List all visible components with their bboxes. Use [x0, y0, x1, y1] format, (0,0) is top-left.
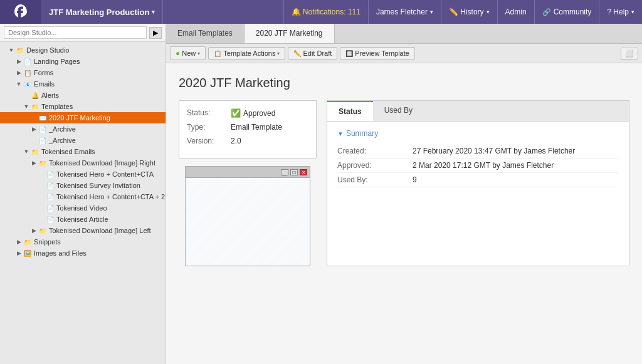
tree-item-icon: 📁	[23, 237, 33, 246]
tree-toggle-icon: ▶	[30, 126, 38, 132]
tree-toggle-icon: ▶	[30, 227, 38, 234]
tree-item-tokenised-video[interactable]: 📄Tokenised Video	[0, 202, 166, 214]
tree-item-alerts[interactable]: 🔔Alerts	[0, 90, 166, 101]
tree-item-label: Landing Pages	[34, 58, 80, 65]
tree-item-icon: 📁	[38, 159, 48, 167]
tree-item-images-files[interactable]: ▶🖼️Images and Files	[0, 247, 166, 259]
tree-item-icon: ✉️	[38, 113, 48, 122]
right-content: ▼ Summary Created:27 February 2020 13:47…	[327, 122, 629, 195]
tree-item-tokenised-download-right[interactable]: ▶📁Tokenised Download [Image] Right	[0, 157, 166, 169]
preview-template-label: Preview Template	[355, 49, 409, 57]
history-arrow: ▾	[487, 9, 490, 15]
admin-label: Admin	[505, 8, 527, 16]
minimize-icon: _	[281, 169, 288, 175]
summary-table: Created:27 February 2020 13:47 GMT by Ja…	[337, 144, 619, 187]
summary-key: Created:	[337, 147, 413, 155]
right-tab-used-by[interactable]: Used By	[373, 101, 424, 121]
help-nav-item[interactable]: ? Help ▾	[599, 0, 642, 24]
template-actions-button[interactable]: 📋 Template Actions ▾	[208, 47, 285, 60]
tree-item-label: Images and Files	[34, 249, 87, 257]
app-title-text: JTF Marketing Production	[49, 8, 149, 17]
collapse-button[interactable]: ⬜	[621, 48, 638, 60]
tree-item-snippets[interactable]: ▶📁Snippets	[0, 236, 166, 247]
template-actions-arrow-icon: ▾	[277, 51, 280, 56]
summary-toggle-icon: ▼	[337, 130, 344, 137]
sidebar: ▶ ▼📁Design Studio▶📄Landing Pages▶📋Forms▼…	[0, 24, 166, 364]
edit-draft-icon: ✏️	[293, 50, 301, 57]
right-panel: StatusUsed By ▼ Summary Created:27 Febru…	[327, 100, 629, 266]
summary-label: Summary	[346, 129, 378, 138]
edit-draft-label: Edit Draft	[303, 49, 332, 57]
admin-nav-item[interactable]: Admin	[497, 0, 534, 24]
new-button[interactable]: ● New ▾	[170, 46, 206, 60]
tree-item-label: 2020 JTF Marketing	[49, 114, 110, 122]
version-value: 2.0	[231, 137, 241, 145]
type-row: Type: Email Template	[187, 123, 308, 132]
tree-item-label: Alerts	[41, 91, 59, 99]
tree-item-landing-pages[interactable]: ▶📄Landing Pages	[0, 56, 166, 67]
tree-item-tokenised-article[interactable]: 📄Tokenised Article	[0, 214, 166, 225]
tree-item-tokenised-hero-content2[interactable]: 📄Tokenised Hero + Content+CTA + 2 Column	[0, 191, 166, 202]
tree-toggle-icon: ▼	[23, 148, 30, 155]
tree-item-templates[interactable]: ▼📁Templates	[0, 101, 166, 112]
tree-toggle-icon: ▼	[15, 81, 23, 87]
tree-item-2020-jtf-marketing[interactable]: ✉️2020 JTF Marketing	[0, 112, 166, 123]
summary-row: Approved:2 Mar 2020 17:12 GMT by James F…	[337, 159, 619, 173]
tab-email-templates[interactable]: Email Templates	[166, 24, 245, 43]
maximize-icon: □	[290, 169, 298, 175]
tree-item-label: Design Studio	[26, 46, 70, 54]
nav-right: 🔔 Notifications: 111 James Fletcher ▾ ✏️…	[283, 0, 642, 24]
tree-item-forms[interactable]: ▶📋Forms	[0, 67, 166, 78]
detail-row: Status: ✅ Approved Type: Email Template …	[179, 100, 629, 266]
new-label: New	[182, 49, 196, 57]
status-value: ✅ Approved	[231, 108, 275, 118]
search-input[interactable]	[4, 26, 147, 39]
history-nav-item[interactable]: ✏️ History ▾	[441, 0, 497, 24]
summary-key: Used By:	[337, 175, 413, 184]
tree-toggle-icon: ▶	[15, 239, 23, 245]
tree-item-icon: 🔔	[30, 91, 40, 100]
preview-template-button[interactable]: 🔲 Preview Template	[340, 47, 415, 60]
community-nav-item[interactable]: 🔗 Community	[534, 0, 599, 24]
user-nav-item[interactable]: James Fletcher ▾	[368, 0, 441, 24]
help-label: ? Help	[607, 8, 629, 16]
edit-draft-button[interactable]: ✏️ Edit Draft	[288, 47, 337, 60]
content-area: Email Templates2020 JTF Marketing ● New …	[166, 24, 642, 364]
tree-item-label: Tokenised Hero + Content+CTA + 2 Column	[56, 193, 166, 200]
summary-header[interactable]: ▼ Summary	[337, 129, 619, 138]
new-icon: ●	[176, 49, 180, 58]
tree-toggle-icon: ▶	[15, 250, 23, 256]
tree-item-_archive1[interactable]: ▶📄_Archive	[0, 123, 166, 135]
tree-item-icon: 📄	[38, 136, 48, 145]
community-icon: 🔗	[542, 8, 551, 16]
type-label: Type:	[187, 123, 231, 132]
tree-item-tokenised-download-left[interactable]: ▶📁Tokenised Download [Image] Left	[0, 225, 166, 236]
right-tab-status[interactable]: Status	[327, 101, 373, 121]
close-icon: ✕	[300, 169, 307, 175]
tree-item-label: Forms	[34, 69, 53, 76]
tree-item-emails[interactable]: ▼📧Emails	[0, 78, 166, 90]
tree-item-tokenised-survey[interactable]: 📄Tokenised Survey Invitation	[0, 180, 166, 191]
template-actions-label: Template Actions	[223, 49, 275, 57]
tree-item-design-studio[interactable]: ▼📁Design Studio	[0, 44, 166, 56]
search-bar: ▶	[0, 24, 166, 42]
notifications-nav-item[interactable]: 🔔 Notifications: 111	[283, 0, 368, 24]
tab-2020-jtf-marketing[interactable]: 2020 JTF Marketing	[245, 24, 335, 43]
tree-item-tokenised-emails[interactable]: ▼📁Tokenised Emails	[0, 146, 166, 157]
search-arrow-button[interactable]: ▶	[149, 27, 162, 39]
toolbar: ● New ▾ 📋 Template Actions ▾ ✏️ Edit Dra…	[166, 44, 642, 63]
tree-container: ▼📁Design Studio▶📄Landing Pages▶📋Forms▼📧E…	[0, 42, 166, 364]
tree-item-label: Tokenised Download [Image] Right	[49, 159, 155, 167]
tree-item-icon: 📁	[38, 226, 48, 235]
tree-item-icon: 📁	[30, 147, 40, 156]
user-label: James Fletcher	[376, 8, 428, 16]
tree-item-icon: 📁	[30, 102, 40, 111]
summary-row: Created:27 February 2020 13:47 GMT by Ja…	[337, 144, 619, 159]
template-actions-icon: 📋	[214, 50, 221, 57]
version-label: Version:	[187, 137, 231, 145]
status-text: Approved	[243, 109, 275, 118]
app-title[interactable]: JTF Marketing Production ▾	[41, 0, 163, 24]
tree-item-icon: 📄	[45, 192, 55, 201]
tree-item-_archive2[interactable]: 📄_Archive	[0, 135, 166, 146]
tree-item-tokenised-hero-content[interactable]: 📄Tokenised Hero + Content+CTA	[0, 169, 166, 180]
